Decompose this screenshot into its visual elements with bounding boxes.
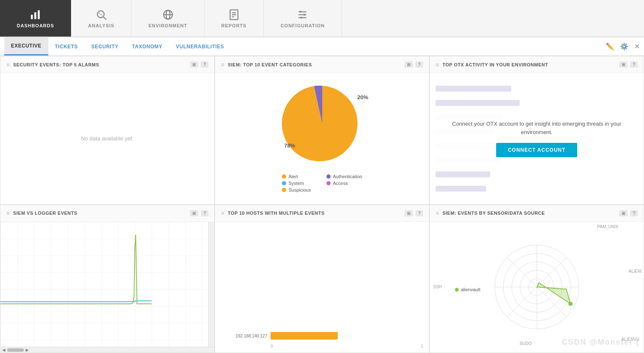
drag-icon-3: ≡ (436, 61, 439, 68)
legend-label-authentication: Authentication (333, 174, 363, 179)
reports-icon (228, 9, 240, 21)
widget-body-otx: Connect your OTX account to get insight … (430, 73, 644, 204)
widget-header-top10-hosts: ≡ TOP 10 HOSTS WITH MULTIPLE EVENTS ⊞ ? (215, 205, 429, 222)
svg-line-4 (103, 17, 106, 19)
widget-body-top10-hosts: 192.168.140.127 0 1 (215, 222, 429, 353)
legend-label-access: Access (333, 181, 348, 186)
scroll-y[interactable] (208, 222, 214, 347)
edit-icon[interactable]: ✏️ (606, 42, 614, 50)
scroll-right-arrow[interactable]: ▶ (26, 348, 29, 352)
scroll-thumb-x[interactable] (7, 348, 24, 352)
drag-icon-2: ≡ (221, 61, 224, 68)
widget-controls-2: ⊞ ? (405, 61, 423, 68)
svg-point-18 (301, 16, 303, 18)
widget-body-siem-top10: 20% 78% Alert Authentication System (215, 73, 429, 204)
axis-label-0: 0 (271, 344, 273, 348)
bar-chart: 192.168.140.127 0 1 (215, 222, 429, 353)
axis-label-1: 1 (421, 344, 423, 348)
widget-controls-3: ⊞ ? (619, 61, 638, 68)
widget-controls: ⊞ ? (190, 61, 208, 68)
widget-top10-hosts: ≡ TOP 10 HOSTS WITH MULTIPLE EVENTS ⊞ ? … (215, 205, 429, 353)
legend-label-alert: Alert (289, 174, 298, 179)
analysis-icon (95, 9, 107, 21)
widget-expand-btn-4[interactable]: ⊞ (190, 210, 198, 216)
tab-taxonomy[interactable]: TAXONOMY (125, 37, 169, 55)
nav-analysis-label: ANALYSIS (88, 23, 115, 28)
settings-icon[interactable]: ⚙️ (620, 42, 628, 50)
otx-bar-row-1 (436, 86, 638, 92)
widget-controls-4: ⊞ ? (190, 210, 208, 216)
widget-header-otx: ≡ TOP OTX ACTIVITY IN YOUR ENVIRONMENT ⊞… (430, 56, 644, 73)
widget-expand-btn-2[interactable]: ⊞ (405, 61, 413, 68)
legend-label-system: System (289, 181, 304, 186)
svg-rect-2 (38, 10, 40, 19)
scroll-left-arrow[interactable]: ◀ (2, 348, 5, 352)
dashboards-icon (29, 9, 41, 21)
nav-configuration-label: CONFIGURATION (281, 23, 325, 28)
legend-access: Access (326, 181, 363, 186)
connect-account-button[interactable]: CONNECT ACCOUNT (496, 143, 577, 157)
pie-label-20: 20% (357, 94, 368, 100)
legend-suspicious: Suspicious (282, 187, 318, 192)
widget-help-btn-5[interactable]: ? (415, 210, 423, 216)
widget-title-top10-hosts: TOP 10 HOSTS WITH MULTIPLE EVENTS (228, 211, 401, 216)
alienvault-dot (455, 288, 459, 292)
drag-icon-4: ≡ (6, 210, 10, 216)
radar-label-sudo: SUDO (520, 341, 532, 346)
widget-header-siem-vs-logger: ≡ SIEM VS LOGGER EVENTS ⊞ ? (0, 205, 214, 222)
nav-configuration[interactable]: CONFIGURATION (264, 0, 342, 37)
radar-label-alien-s: ALIEN\ (628, 269, 642, 274)
svg-line-5 (99, 13, 102, 16)
otx-bar-row-7 (436, 171, 638, 177)
widget-title-security-events: SECURITY EVENTS: TOP 5 ALARMS (13, 62, 187, 67)
tab-executive[interactable]: EXECUTIVE (4, 37, 48, 55)
nav-reports-label: REPORTS (221, 23, 247, 28)
widget-expand-btn-6[interactable]: ⊞ (619, 210, 628, 216)
widget-controls-6: ⊞ ? (619, 210, 638, 216)
scroll-x[interactable]: ◀ ▶ (0, 347, 214, 353)
widget-header-siem-events-sensor: ≡ SIEM: EVENTS BY SENSOR/DATA SOURCE ⊞ ? (430, 205, 644, 222)
widget-body-security-events: No data available yet. (0, 73, 214, 204)
radar-label-pam-unix: PAM_UNIX (597, 224, 618, 229)
svg-point-16 (300, 11, 302, 13)
widget-help-btn-4[interactable]: ? (201, 210, 208, 216)
legend-dot-authentication (326, 174, 331, 179)
legend-alert: Alert (282, 174, 318, 179)
legend-dot-system (282, 181, 286, 185)
nav-reports[interactable]: REPORTS (205, 0, 264, 37)
nav-analysis[interactable]: ANALYSIS (71, 0, 132, 37)
nav-dashboards-label: DASHBOARDS (17, 23, 54, 28)
widget-title-siem-top10: SIEM: TOP 10 EVENT CATEGORIES (228, 62, 401, 67)
pie-legend: Alert Authentication System Access (282, 174, 362, 192)
otx-bar-7 (436, 171, 490, 177)
tab-vulnerabilities[interactable]: VULNERABILITIES (169, 37, 231, 55)
environment-icon (162, 9, 174, 21)
bar-chart-host-label: 192.168.140.127 (221, 334, 267, 338)
dashboard-grid: ≡ SECURITY EVENTS: TOP 5 ALARMS ⊞ ? No d… (0, 56, 644, 353)
widget-help-btn-2[interactable]: ? (415, 61, 423, 68)
alienvault-label: alienvault (461, 287, 480, 292)
svg-rect-0 (31, 15, 33, 19)
bar-chart-row-1: 192.168.140.127 (221, 332, 423, 340)
widget-title-siem-events-sensor: SIEM: EVENTS BY SENSOR/DATA SOURCE (442, 211, 616, 216)
widget-help-btn[interactable]: ? (201, 61, 208, 68)
widget-siem-vs-logger: ≡ SIEM VS LOGGER EVENTS ⊞ ? (0, 205, 215, 353)
tab-security[interactable]: SECURITY (84, 37, 125, 55)
legend-system: System (282, 181, 318, 186)
widget-expand-btn[interactable]: ⊞ (190, 61, 198, 68)
otx-message: Connect your OTX account to get insight … (438, 120, 635, 136)
close-icon[interactable]: ✕ (634, 42, 640, 50)
widget-title-otx: TOP OTX ACTIVITY IN YOUR ENVIRONMENT (442, 62, 616, 67)
pie-chart: 20% 78% (280, 82, 364, 166)
nav-environment[interactable]: ENVIRONMENT (131, 0, 204, 37)
nav-dashboards[interactable]: DASHBOARDS (0, 0, 71, 37)
widget-expand-btn-5[interactable]: ⊞ (405, 210, 413, 216)
widget-expand-btn-3[interactable]: ⊞ (619, 61, 628, 68)
widget-otx: ≡ TOP OTX ACTIVITY IN YOUR ENVIRONMENT ⊞… (429, 56, 644, 205)
drag-icon-6: ≡ (436, 210, 439, 216)
tab-tickets[interactable]: TICKETS (48, 37, 85, 55)
widget-help-btn-6[interactable]: ? (630, 210, 638, 216)
radar-chart: PAM_UNIX SSH SUDO ALIENVU ALIEN\ alienva… (430, 222, 644, 353)
widget-help-btn-3[interactable]: ? (630, 61, 638, 68)
legend-dot-alert (282, 174, 286, 179)
